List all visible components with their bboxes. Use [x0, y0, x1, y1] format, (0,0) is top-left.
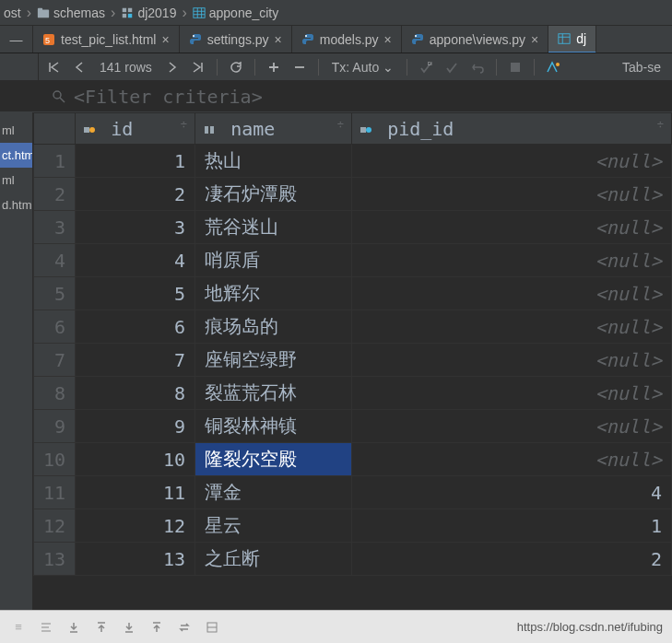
cell-id[interactable]: 3 [76, 211, 195, 244]
sidebar-item[interactable]: ml [0, 168, 32, 193]
submit-button[interactable] [441, 56, 463, 78]
cell-name[interactable]: 之丘断 [195, 543, 352, 576]
text-align-icon[interactable] [37, 618, 55, 637]
menu-icon[interactable]: ≡ [9, 618, 28, 637]
breadcrumb-item[interactable]: ost [4, 6, 21, 20]
reload-button[interactable] [225, 56, 247, 78]
table-row[interactable]: 1212星云1 [34, 509, 672, 543]
cell-pid[interactable]: <null> [352, 211, 672, 244]
tab-dj-table[interactable]: dj [548, 26, 596, 53]
tab-test-pic-list[interactable]: 5 test_pic_list.html × [33, 26, 180, 53]
table-row[interactable]: 88裂蓝荒石林<null> [34, 377, 672, 410]
row-number-cell[interactable]: 9 [34, 410, 76, 443]
column-header-id[interactable]: id ÷ [76, 113, 195, 145]
cell-id[interactable]: 8 [76, 377, 195, 410]
cell-id[interactable]: 4 [76, 244, 195, 277]
cell-pid[interactable]: <null> [352, 145, 672, 178]
delete-row-button[interactable] [289, 56, 311, 78]
table-row[interactable]: 66痕场岛的<null> [34, 310, 672, 344]
upload-icon[interactable] [92, 618, 111, 637]
next-page-button[interactable] [161, 56, 183, 78]
cell-pid[interactable]: <null> [352, 410, 672, 443]
sidebar-item[interactable]: ct.htm [0, 143, 32, 168]
breadcrumb-item[interactable]: appone_city [193, 6, 279, 20]
cell-name[interactable]: 潭金 [195, 476, 352, 509]
table-row[interactable]: 33荒谷迷山<null> [34, 211, 672, 244]
cell-id[interactable]: 5 [76, 277, 195, 310]
table-row[interactable]: 11热山<null> [34, 145, 672, 178]
tx-mode-dropdown[interactable]: Tx: Auto ⌄ [326, 60, 399, 75]
tab-settings-label[interactable]: Tab-se [617, 60, 666, 75]
rollback-button[interactable] [466, 56, 489, 78]
cell-pid[interactable]: <null> [352, 443, 672, 476]
cell-pid[interactable]: 2 [352, 543, 672, 576]
cell-pid[interactable]: <null> [352, 244, 672, 277]
download-icon[interactable] [65, 618, 83, 637]
cell-name[interactable]: 哨原盾 [195, 244, 352, 277]
cell-pid[interactable]: <null> [352, 377, 672, 410]
view-options-button[interactable] [542, 56, 564, 78]
cell-id[interactable]: 11 [76, 476, 195, 509]
cell-id[interactable]: 6 [76, 310, 195, 344]
row-number-cell[interactable]: 6 [34, 310, 76, 344]
cell-name[interactable]: 热山 [195, 145, 352, 178]
cell-name[interactable]: 裂蓝荒石林 [195, 377, 352, 410]
row-number-cell[interactable]: 11 [34, 476, 76, 509]
tab-views[interactable]: appone\views.py × [402, 26, 548, 53]
close-icon[interactable]: × [384, 33, 392, 46]
cell-id[interactable]: 13 [76, 543, 195, 576]
row-number-cell[interactable]: 5 [34, 277, 76, 310]
close-icon[interactable]: × [531, 33, 538, 46]
close-icon[interactable]: × [275, 33, 282, 46]
table-row[interactable]: 1111潭金4 [34, 476, 672, 509]
cell-name[interactable]: 隆裂尔空殿 [195, 443, 352, 476]
tool-window-button[interactable]: — [0, 26, 33, 53]
sidebar-item[interactable]: d.html [0, 193, 32, 217]
cell-pid[interactable]: 4 [352, 476, 672, 509]
column-header-name[interactable]: name ÷ [195, 113, 352, 145]
cell-pid[interactable]: <null> [352, 310, 672, 344]
cell-name[interactable]: 凄石炉潭殿 [195, 178, 352, 211]
cell-pid[interactable]: <null> [352, 178, 672, 211]
table-row[interactable]: 22凄石炉潭殿<null> [34, 178, 672, 211]
download2-icon[interactable] [120, 618, 138, 637]
cell-name[interactable]: 地辉尔 [195, 277, 352, 310]
table-row[interactable]: 44哨原盾<null> [34, 244, 672, 277]
stop-button[interactable] [504, 56, 526, 78]
breadcrumb-item[interactable]: dj2019 [121, 6, 176, 20]
row-number-header[interactable] [34, 113, 76, 145]
row-number-cell[interactable]: 1 [34, 145, 76, 178]
filter-input[interactable]: <Filter criteria> [74, 86, 263, 108]
row-number-cell[interactable]: 10 [34, 443, 76, 476]
close-icon[interactable]: × [161, 33, 169, 46]
cell-id[interactable]: 2 [76, 178, 195, 211]
cell-id[interactable]: 7 [76, 344, 195, 377]
cell-id[interactable]: 9 [76, 410, 195, 443]
repeat-icon[interactable] [175, 618, 194, 637]
row-number-cell[interactable]: 3 [34, 211, 76, 244]
cell-pid[interactable]: 1 [352, 509, 672, 543]
tab-models[interactable]: models.py × [292, 26, 402, 53]
row-number-cell[interactable]: 4 [34, 244, 76, 277]
cell-id[interactable]: 1 [76, 145, 195, 178]
cell-id[interactable]: 12 [76, 509, 195, 543]
cell-pid[interactable]: <null> [352, 277, 672, 310]
row-number-cell[interactable]: 7 [34, 344, 76, 377]
last-page-button[interactable] [187, 56, 209, 78]
cell-name[interactable]: 荒谷迷山 [195, 211, 352, 244]
table-row[interactable]: 77座铜空绿野<null> [34, 344, 672, 377]
row-number-cell[interactable]: 2 [34, 178, 76, 211]
row-number-cell[interactable]: 13 [34, 543, 76, 576]
cell-name[interactable]: 铜裂林神镇 [195, 410, 352, 443]
table-row[interactable]: 99铜裂林神镇<null> [34, 410, 672, 443]
cell-name[interactable]: 星云 [195, 509, 352, 543]
row-number-cell[interactable]: 12 [34, 509, 76, 543]
cell-pid[interactable]: <null> [352, 344, 672, 377]
cell-name[interactable]: 痕场岛的 [195, 310, 352, 344]
add-row-button[interactable] [263, 56, 285, 78]
table-row[interactable]: 1010隆裂尔空殿<null> [34, 443, 672, 476]
column-header-pid[interactable]: pid_id ÷ [352, 113, 672, 145]
upload2-icon[interactable] [147, 618, 166, 637]
tab-settings[interactable]: settings.py × [180, 26, 292, 53]
first-page-button[interactable] [42, 56, 65, 78]
